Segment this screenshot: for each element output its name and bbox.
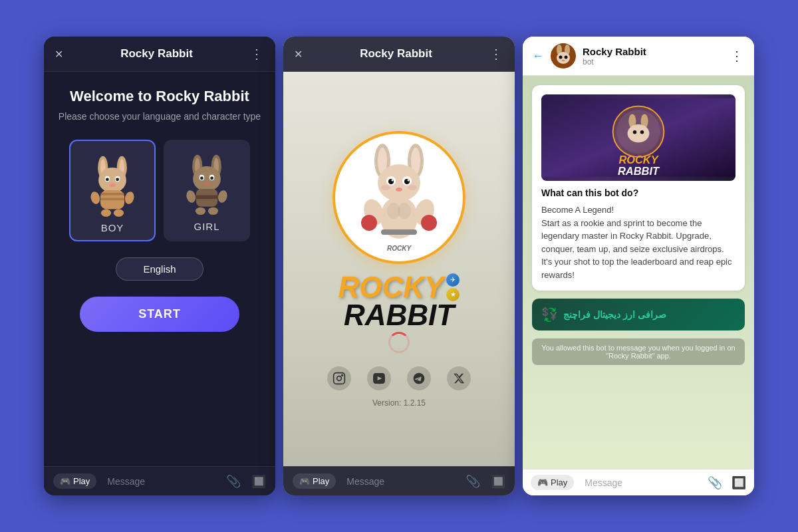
boy-rabbit-image: [82, 150, 142, 217]
svg-point-31: [196, 207, 205, 214]
panel2-body: ROCKY ROCKY ✈ ★ RABBIT: [283, 72, 515, 466]
svg-point-65: [562, 60, 565, 62]
svg-point-43: [408, 179, 410, 181]
svg-text:ROCKY: ROCKY: [618, 154, 659, 166]
panel1-body: Welcome to Rocky Rabbit Please choose yo…: [44, 72, 275, 466]
language-button[interactable]: English: [116, 257, 203, 281]
panel2-title: Rocky Rabbit: [360, 47, 432, 61]
svg-rect-56: [334, 372, 345, 384]
svg-point-29: [185, 189, 197, 203]
svg-point-71: [628, 124, 650, 142]
camera-icon-3[interactable]: 🔲: [732, 475, 746, 490]
message-placeholder-3[interactable]: Message: [579, 477, 702, 488]
svg-point-32: [208, 207, 218, 214]
svg-point-8: [116, 178, 119, 181]
welcome-title: Welcome to Rocky Rabbit: [70, 88, 249, 105]
social-icons: [327, 366, 471, 390]
svg-point-24: [200, 176, 203, 180]
svg-point-64: [565, 56, 568, 59]
panel2-header: ✕ Rocky Rabbit ⋮: [283, 37, 515, 72]
close-icon-2[interactable]: ✕: [294, 48, 303, 61]
play-button[interactable]: 🎮 Play: [53, 473, 96, 489]
panel1-footer: 🎮 Play Message 📎 🔲: [44, 466, 275, 495]
message-text: Become A Legend!Start as a rookie and sp…: [541, 203, 735, 281]
panel1-header: ✕ Rocky Rabbit ⋮: [44, 37, 275, 72]
close-icon[interactable]: ✕: [55, 48, 63, 61]
bot-name: Rocky Rabbit: [583, 46, 724, 57]
svg-point-73: [640, 130, 644, 134]
svg-point-51: [398, 203, 411, 219]
play-button-3[interactable]: 🎮 Play: [531, 475, 574, 490]
game-controller-icon: 🎮: [60, 476, 70, 486]
svg-point-25: [210, 176, 213, 180]
welcome-subtitle: Please choose your language and characte…: [59, 110, 261, 124]
svg-point-13: [89, 190, 101, 205]
play-label-3: Play: [551, 477, 567, 487]
instagram-icon[interactable]: [327, 366, 351, 390]
svg-point-26: [203, 182, 210, 186]
panel-loading: ✕ Rocky Rabbit ⋮: [283, 37, 515, 495]
telegram-badge: ✈: [446, 273, 460, 287]
attach-icon-2[interactable]: 📎: [466, 474, 480, 489]
start-button[interactable]: START: [80, 297, 239, 332]
message-placeholder-2[interactable]: Message: [341, 476, 460, 487]
svg-point-42: [392, 179, 394, 181]
message-placeholder[interactable]: Message: [102, 476, 221, 487]
svg-text:RABBIT: RABBIT: [618, 165, 660, 177]
bot-avatar: [551, 43, 576, 68]
svg-point-45: [381, 185, 390, 190]
character-list: BOY: [57, 140, 262, 241]
svg-point-9: [109, 183, 116, 187]
camera-icon[interactable]: 🔲: [251, 474, 266, 489]
svg-point-37: [378, 164, 420, 201]
svg-rect-12: [100, 198, 124, 200]
svg-point-14: [124, 190, 136, 205]
svg-text:ROCKY: ROCKY: [387, 245, 412, 252]
panel-character-selection: ✕ Rocky Rabbit ⋮ Welcome to Rocky Rabbit…: [44, 37, 275, 495]
camera-icon-2[interactable]: 🔲: [491, 474, 505, 489]
game-controller-icon-2: 🎮: [299, 476, 310, 486]
x-twitter-icon[interactable]: [447, 366, 471, 390]
more-icon-2[interactable]: ⋮: [489, 46, 504, 62]
svg-point-44: [396, 188, 402, 192]
more-icon-3[interactable]: ⋮: [730, 48, 745, 64]
back-icon[interactable]: ←: [532, 49, 544, 63]
svg-point-7: [106, 178, 109, 181]
version-text: Version: 1.2.15: [372, 398, 426, 408]
message-image: ROCKY RABBIT: [541, 94, 735, 181]
footer-icons-3: 📎 🔲: [708, 475, 746, 490]
brand-badges: ✈ ★: [446, 273, 460, 301]
brand-container: ROCKY ✈ ★ RABBIT: [338, 271, 460, 332]
character-girl[interactable]: GIRL: [164, 140, 250, 241]
youtube-icon[interactable]: [367, 366, 391, 390]
svg-point-21: [193, 166, 221, 191]
telegram-icon[interactable]: [407, 366, 431, 390]
character-boy[interactable]: BOY: [69, 140, 156, 241]
girl-rabbit-image: [177, 149, 237, 215]
svg-point-58: [342, 374, 343, 376]
svg-point-4: [98, 167, 126, 192]
more-icon[interactable]: ⋮: [250, 46, 265, 62]
footer-icons: 📎 🔲: [226, 474, 266, 489]
play-label-2: Play: [313, 476, 329, 486]
logo-circle: ROCKY: [332, 131, 466, 264]
brand-line2: RABBIT: [344, 299, 454, 332]
attach-icon-3[interactable]: 📎: [708, 475, 722, 490]
svg-point-52: [361, 215, 377, 231]
system-message: You allowed this bot to message you when…: [532, 338, 745, 365]
play-button-2[interactable]: 🎮 Play: [293, 473, 336, 489]
svg-rect-28: [195, 195, 219, 199]
attach-icon[interactable]: 📎: [226, 474, 241, 489]
panel3-body: ROCKY RABBIT What can this bot do? Becom…: [523, 76, 754, 469]
svg-point-63: [559, 56, 563, 59]
ad-banner[interactable]: 💱 صرافی ارز دیجیتال فراچنج: [532, 299, 745, 331]
panel3-header: ← Rocky Rabbit bot ⋮: [523, 37, 754, 76]
ad-icon: 💱: [541, 307, 558, 323]
boy-label: BOY: [101, 222, 124, 233]
svg-point-30: [217, 189, 229, 203]
ad-text: صرافی ارز دیجیتال فراچنج: [563, 309, 666, 320]
panel3-footer: 🎮 Play Message 📎 🔲: [523, 469, 754, 495]
svg-point-72: [633, 130, 636, 134]
svg-point-57: [337, 376, 342, 380]
bot-message-card: ROCKY RABBIT What can this bot do? Becom…: [532, 85, 745, 291]
